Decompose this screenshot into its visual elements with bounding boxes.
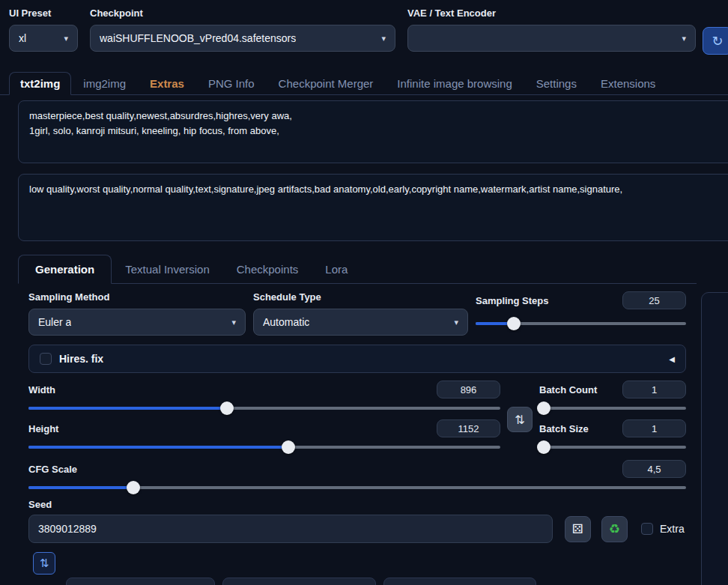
stable-diffusion-webui: UI Preset xl ▾ Checkpoint waiSHUFFLENOOB…: [0, 0, 728, 585]
chevron-down-icon: ▾: [682, 34, 686, 43]
sampling-method-field: Sampling Method Euler a ▾: [28, 291, 246, 336]
slider-fill: [28, 407, 227, 410]
tab-infinite-image-browsing[interactable]: Infinite image browsing: [385, 73, 524, 94]
hires-fix-checkbox[interactable]: [40, 353, 52, 365]
sampling-steps-input[interactable]: [622, 291, 686, 309]
chevron-down-icon: ▾: [64, 34, 68, 43]
schedule-type-dropdown[interactable]: Automatic ▾: [253, 309, 468, 336]
dice-icon: ⚄: [572, 521, 583, 537]
slider-handle[interactable]: [537, 401, 550, 415]
main-tab-bar: txt2img img2img Extras PNG Info Checkpoi…: [0, 70, 728, 95]
subtab-textual-inversion[interactable]: Textual Inversion: [112, 255, 223, 283]
sampling-method-dropdown[interactable]: Euler a ▾: [28, 309, 246, 336]
schedule-type-label: Schedule Type: [253, 291, 468, 303]
width-slider[interactable]: [28, 401, 500, 415]
cfg-scale-slider[interactable]: [28, 481, 686, 494]
cfg-scale-label: CFG Scale: [28, 464, 77, 475]
slider-track: [539, 407, 686, 410]
checkpoint-value: waiSHUFFLENOOB_vPred04.safetensors: [100, 32, 296, 44]
batch-controls: Batch Count Batch Size: [539, 381, 686, 458]
swap-dimensions-cell: ⇅: [500, 381, 539, 458]
size-controls: Width Height: [28, 381, 500, 458]
extra-seed-checkbox[interactable]: [641, 523, 653, 535]
prompt-utility-icon: ⇅: [40, 557, 49, 570]
tab-checkpoint-merger[interactable]: Checkpoint Merger: [267, 73, 386, 94]
batch-size-label: Batch Size: [539, 423, 589, 434]
chevron-down-icon: ▾: [381, 34, 386, 43]
slider-handle[interactable]: [220, 401, 234, 415]
seed-input[interactable]: [28, 515, 553, 543]
width-input[interactable]: [437, 381, 500, 398]
cutoff-control-2[interactable]: [222, 578, 376, 585]
reuse-seed-button[interactable]: ♻: [601, 516, 628, 542]
height-input[interactable]: [437, 419, 500, 437]
hires-fix-label: Hires. fix: [59, 353, 103, 365]
subtab-checkpoints[interactable]: Checkpoints: [223, 255, 312, 283]
slider-handle[interactable]: [507, 317, 521, 330]
slider-track: [539, 446, 686, 449]
subtab-generation[interactable]: Generation: [18, 255, 112, 284]
generation-panel: Sampling Method Euler a ▾ Schedule Type …: [18, 284, 697, 585]
output-panel: [701, 292, 728, 585]
batch-count-label: Batch Count: [539, 384, 597, 395]
refresh-checkpoints-button[interactable]: ↻: [703, 27, 728, 55]
random-seed-button[interactable]: ⚄: [565, 516, 591, 542]
sampling-steps-label: Sampling Steps: [476, 295, 549, 306]
schedule-type-field: Schedule Type Automatic ▾: [253, 291, 468, 336]
tab-txt2img[interactable]: txt2img: [9, 72, 71, 95]
hires-fix-section[interactable]: Hires. fix ◀: [28, 345, 686, 373]
sampling-method-value: Euler a: [38, 316, 71, 328]
batch-size-slider[interactable]: [539, 440, 686, 454]
ui-preset-field: UI Preset xl ▾: [9, 7, 78, 52]
swap-dimensions-button[interactable]: ⇅: [507, 407, 533, 432]
prompt-input[interactable]: masterpiece,best quality,newest,absurdre…: [18, 100, 728, 163]
cutoff-control-3[interactable]: [383, 578, 536, 585]
batch-count-slider[interactable]: [539, 401, 686, 415]
cfg-scale-input[interactable]: [622, 460, 686, 478]
sampling-steps-field: Sampling Steps: [476, 291, 686, 336]
prompt-utility-button[interactable]: ⇅: [33, 552, 55, 575]
seed-label: Seed: [28, 499, 686, 510]
tab-settings[interactable]: Settings: [524, 73, 589, 94]
tab-extras[interactable]: Extras: [138, 73, 196, 94]
chevron-down-icon: ▾: [454, 318, 458, 327]
tab-extensions[interactable]: Extensions: [589, 73, 667, 94]
cutoff-control-1[interactable]: [66, 578, 215, 585]
extra-seed-label: Extra: [660, 523, 685, 535]
schedule-type-value: Automatic: [263, 316, 309, 328]
vae-label: VAE / Text Encoder: [407, 7, 696, 19]
tab-png-info[interactable]: PNG Info: [196, 73, 267, 94]
sampling-steps-slider[interactable]: [476, 317, 686, 330]
checkpoint-label: Checkpoint: [90, 7, 395, 19]
slider-fill: [28, 446, 288, 449]
height-slider[interactable]: [28, 440, 500, 454]
extra-seed-option: Extra: [641, 523, 685, 535]
slider-handle[interactable]: [127, 481, 140, 494]
width-label: Width: [28, 384, 55, 395]
dimensions-section: Width Height: [28, 381, 686, 458]
sampling-method-label: Sampling Method: [28, 291, 246, 303]
collapse-left-icon[interactable]: ◀: [669, 355, 675, 363]
slider-fill: [28, 486, 133, 489]
chevron-down-icon: ▾: [231, 318, 236, 327]
negative-prompt-input[interactable]: low quality,worst quality,normal quality…: [18, 174, 728, 241]
tab-img2img[interactable]: img2img: [71, 73, 138, 94]
sampler-row: Sampling Method Euler a ▾ Schedule Type …: [28, 291, 686, 336]
recycle-icon: ♻: [609, 521, 620, 537]
ui-preset-label: UI Preset: [9, 7, 78, 19]
slider-handle[interactable]: [282, 440, 295, 454]
ui-preset-value: xl: [19, 32, 26, 44]
swap-dimensions-icon: ⇅: [515, 413, 524, 427]
slider-handle[interactable]: [537, 440, 550, 454]
ui-preset-dropdown[interactable]: xl ▾: [9, 25, 78, 52]
header: UI Preset xl ▾ Checkpoint waiSHUFFLENOOB…: [0, 0, 728, 52]
vae-dropdown[interactable]: ▾: [407, 25, 696, 52]
checkpoint-dropdown[interactable]: waiSHUFFLENOOB_vPred04.safetensors ▾: [90, 25, 395, 52]
refresh-icon: ↻: [712, 33, 723, 49]
checkpoint-field: Checkpoint waiSHUFFLENOOB_vPred04.safete…: [90, 7, 395, 52]
subtab-lora[interactable]: Lora: [312, 255, 361, 283]
batch-count-input[interactable]: [622, 381, 686, 398]
cfg-scale-section: CFG Scale: [28, 460, 686, 494]
batch-size-input[interactable]: [622, 419, 686, 437]
vae-field: VAE / Text Encoder ▾: [407, 7, 696, 52]
